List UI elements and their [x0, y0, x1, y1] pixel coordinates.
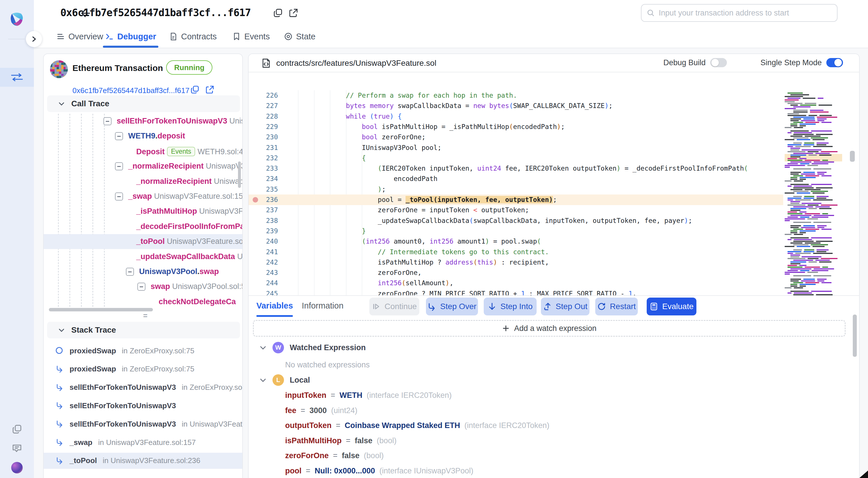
collapse-expander-icon[interactable] [115, 192, 123, 200]
step-over-button[interactable]: Step Over [426, 297, 478, 315]
line-number[interactable]: 239 [249, 226, 278, 236]
variable-row[interactable]: outputToken = Coinbase Wrapped Staked ET… [285, 421, 549, 430]
restart-button[interactable]: Restart [595, 297, 638, 315]
add-watch-expression-button[interactable]: Add a watch expression [253, 320, 845, 337]
call-trace-row[interactable]: _swap UniswapV3Feature.sol:157 [44, 189, 243, 204]
line-number[interactable]: 235 [249, 184, 278, 195]
tab-information[interactable]: Information [302, 301, 343, 311]
feedback-chat-icon[interactable] [12, 443, 22, 453]
variable-row[interactable]: pool = Null: 0x000...000 (interface IUni… [285, 467, 473, 475]
line-number[interactable]: 237 [249, 205, 278, 216]
step-into-button[interactable]: Step Into [484, 297, 537, 315]
sidebar-expand-button[interactable] [26, 31, 42, 47]
line-number[interactable]: 243 [249, 267, 278, 278]
tab-state[interactable]: State [284, 26, 316, 47]
copy-hash-small-icon[interactable] [190, 85, 199, 94]
editor-resize-handle[interactable]: = [555, 291, 559, 294]
tab-variables[interactable]: Variables [256, 301, 293, 311]
variables-vscrollbar[interactable] [853, 315, 857, 357]
open-external-icon[interactable] [288, 8, 298, 18]
call-trace-header[interactable]: Call Trace [47, 95, 240, 112]
variable-row[interactable]: fee = 3000 (uint24) [285, 406, 357, 415]
call-trace-row[interactable]: DepositEventsWETH9.sol:4 [44, 144, 243, 159]
line-number[interactable]: 241 [249, 247, 278, 257]
stack-trace-header[interactable]: Stack Trace [47, 322, 240, 339]
call-trace-row[interactable]: _decodeFirstPoolInfoFromPa [44, 219, 243, 234]
tab-label: Debugger [117, 32, 156, 41]
stack-trace-row[interactable]: _swapin UniswapV3Feature.sol:157 [44, 434, 243, 450]
branch-icon [55, 438, 64, 447]
section-title: Local [290, 376, 310, 385]
line-number[interactable]: 230 [249, 132, 278, 142]
line-number[interactable]: 242 [249, 257, 278, 268]
nav-item-transactions[interactable] [0, 68, 34, 87]
evaluate-button[interactable]: Evaluate [647, 297, 696, 315]
stack-trace-row[interactable]: _toPoolin UniswapV3Feature.sol:236 [44, 453, 243, 469]
top-header: 0x6c1fb7ef5265447d1baff3cf...f617 Overvi… [34, 0, 868, 48]
variables-section-watched[interactable]: WWatched Expression [259, 341, 366, 354]
copy-docs-icon[interactable] [12, 424, 22, 434]
copy-hash-icon[interactable] [273, 8, 283, 18]
line-number[interactable]: 229 [249, 122, 278, 132]
search-input[interactable] [659, 9, 832, 18]
line-number[interactable]: 236 [249, 194, 278, 205]
stack-trace-row[interactable]: sellEthForTokenToUniswapV3 [44, 397, 243, 414]
call-trace-row[interactable]: _isPathMultiHop UniswapV3F [44, 204, 243, 219]
collapse-expander-icon[interactable] [126, 268, 134, 276]
line-number[interactable]: 240 [249, 236, 278, 247]
stack-trace-row[interactable]: sellEthForTokenToUniswapV3in UniswapV3Fe… [44, 416, 243, 432]
call-trace-row[interactable]: sellEthForTokenToUniswapV3 Unis [44, 114, 243, 129]
editor-panel: contracts/src/features/UniswapV3Feature.… [248, 54, 860, 478]
line-number[interactable]: 231 [249, 142, 278, 153]
call-trace-row[interactable]: _normalizeRecipient Uniswap [44, 174, 243, 189]
call-trace-hscrollbar[interactable] [49, 308, 239, 311]
call-trace-row[interactable]: checkNotDelegateCa [44, 294, 243, 307]
single-step-mode-label: Single Step Mode [761, 58, 822, 67]
tab-contracts[interactable]: Contracts [169, 26, 217, 47]
variable-row[interactable]: isPathMultiHop = false (bool) [285, 436, 397, 445]
line-number[interactable]: 245 [249, 288, 278, 295]
menu-icon [56, 32, 65, 41]
call-trace-row[interactable]: WETH9.deposit [44, 129, 243, 144]
user-avatar[interactable] [11, 462, 23, 473]
line-number[interactable]: 228 [249, 111, 278, 122]
minimap[interactable] [785, 93, 842, 295]
code-editor[interactable]: 226 // Perform a swap for each hop in th… [249, 72, 860, 295]
tab-events[interactable]: Events [232, 26, 270, 47]
variable-row[interactable]: zeroForOne = false (bool) [285, 451, 384, 460]
variable-row[interactable]: inputToken = WETH (interface IERC20Token… [285, 391, 452, 400]
transaction-hash-link[interactable]: 0x6c1fb7ef5265447d1baff3cf...f617 [72, 86, 189, 95]
continue-button[interactable]: Continue [369, 297, 419, 315]
step-out-button[interactable]: Step Out [541, 297, 589, 315]
line-number[interactable]: 233 [249, 163, 278, 174]
line-number[interactable]: 232 [249, 153, 278, 163]
line-number[interactable]: 234 [249, 173, 278, 184]
call-trace-vscrollbar[interactable] [238, 161, 241, 188]
call-trace-row[interactable]: UniswapV3Pool.swap [44, 264, 243, 279]
tab-overview[interactable]: Overview [56, 26, 103, 47]
variables-section-local[interactable]: LLocal [259, 374, 310, 386]
single-step-mode-switch[interactable] [826, 58, 843, 67]
collapse-expander-icon[interactable] [137, 283, 146, 291]
call-trace-row[interactable]: _toPool UniswapV3Feature.so [44, 234, 243, 249]
line-number[interactable]: 227 [249, 100, 278, 111]
panel-resize-handle[interactable]: = [143, 314, 148, 317]
tab-debugger[interactable]: Debugger [105, 26, 156, 47]
line-number[interactable]: 238 [249, 216, 278, 226]
debug-build-switch[interactable] [710, 58, 727, 67]
open-tx-external-icon[interactable] [205, 85, 214, 94]
call-trace-row[interactable]: swap UniswapV3Pool.sol:5 [44, 279, 243, 294]
line-number[interactable]: 226 [249, 90, 278, 101]
stack-trace-row[interactable]: proxiedSwapin ZeroExProxy.sol:75 [44, 361, 243, 377]
editor-vscrollbar[interactable] [850, 151, 855, 162]
app-logo-icon[interactable] [8, 11, 25, 28]
call-trace-label: swap UniswapV3Pool.sol:5 [151, 282, 243, 291]
collapse-expander-icon[interactable] [103, 117, 112, 125]
stack-trace-row[interactable]: sellEthForTokenToUniswapV3in ZeroExProxy… [44, 380, 243, 395]
call-trace-row[interactable]: _normalizeRecipient UniswapV3 [44, 159, 243, 174]
call-trace-row[interactable]: _updateSwapCallbackData U [44, 249, 243, 264]
collapse-expander-icon[interactable] [115, 132, 123, 140]
stack-trace-row[interactable]: proxiedSwapin ZeroExProxy.sol:75 [44, 343, 243, 359]
collapse-expander-icon[interactable] [115, 162, 123, 170]
line-number[interactable]: 244 [249, 278, 278, 288]
